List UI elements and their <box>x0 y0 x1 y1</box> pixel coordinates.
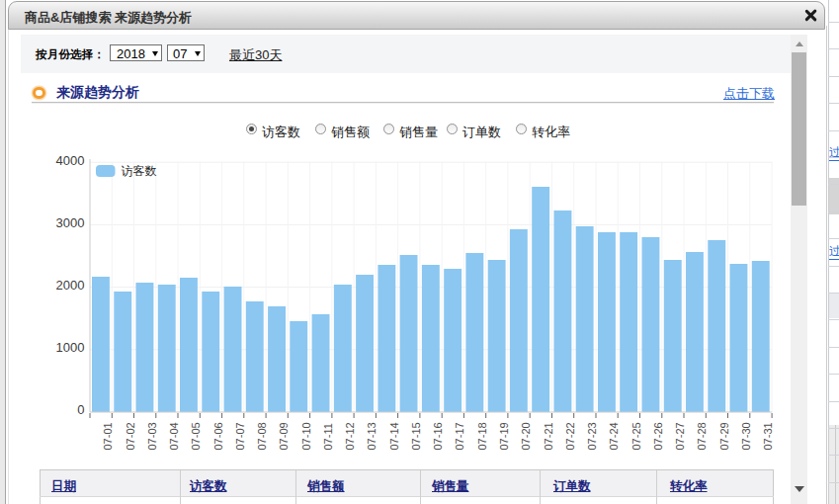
svg-text:07-12: 07-12 <box>344 422 356 450</box>
svg-text:07-23: 07-23 <box>586 422 598 450</box>
svg-text:07-17: 07-17 <box>454 422 465 450</box>
svg-text:07-08: 07-08 <box>256 422 268 450</box>
svg-text:07-13: 07-13 <box>366 422 378 450</box>
svg-text:2000: 2000 <box>56 278 85 293</box>
svg-text:07-27: 07-27 <box>674 422 686 450</box>
svg-text:07-19: 07-19 <box>498 422 510 450</box>
svg-text:0: 0 <box>77 402 84 417</box>
svg-text:07-28: 07-28 <box>696 422 708 450</box>
svg-text:07-09: 07-09 <box>278 422 290 450</box>
svg-text:07-04: 07-04 <box>168 422 180 450</box>
svg-text:07-25: 07-25 <box>630 422 642 450</box>
svg-text:07-30: 07-30 <box>740 422 752 450</box>
svg-text:07-03: 07-03 <box>146 422 158 450</box>
svg-text:07-05: 07-05 <box>190 422 202 450</box>
svg-text:4000: 4000 <box>56 153 85 168</box>
svg-text:07-24: 07-24 <box>608 422 620 450</box>
svg-text:访客数: 访客数 <box>122 164 157 178</box>
svg-text:07-29: 07-29 <box>718 422 730 450</box>
svg-text:07-31: 07-31 <box>762 422 774 450</box>
svg-text:3000: 3000 <box>56 215 85 230</box>
svg-text:07-14: 07-14 <box>388 422 400 450</box>
svg-text:07-07: 07-07 <box>234 422 246 450</box>
svg-text:07-20: 07-20 <box>520 422 532 450</box>
svg-text:07-02: 07-02 <box>125 422 136 450</box>
svg-text:07-18: 07-18 <box>476 422 488 450</box>
svg-text:07-11: 07-11 <box>322 423 334 450</box>
svg-text:07-01: 07-01 <box>102 422 114 450</box>
svg-text:07-26: 07-26 <box>652 422 664 450</box>
svg-text:07-22: 07-22 <box>564 422 576 450</box>
svg-text:07-15: 07-15 <box>410 422 422 450</box>
svg-text:07-06: 07-06 <box>212 422 224 450</box>
svg-text:07-16: 07-16 <box>432 422 444 450</box>
svg-text:1000: 1000 <box>56 340 85 355</box>
svg-text:07-21: 07-21 <box>543 422 554 450</box>
svg-text:07-10: 07-10 <box>300 422 312 450</box>
